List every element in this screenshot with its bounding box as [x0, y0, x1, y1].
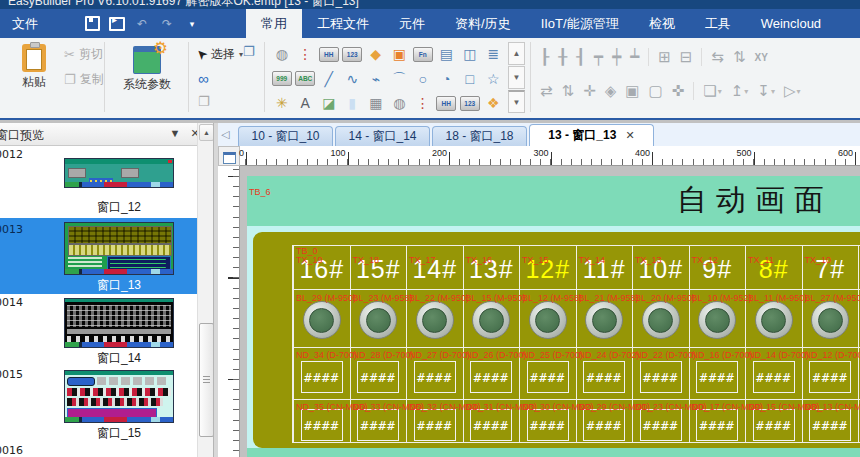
numeric-display[interactable]: ####: [696, 361, 738, 393]
numeric-cell[interactable]: ####ND_14 (D-700): [746, 347, 802, 399]
numeric-cell[interactable]: ####ND_22 (D-700): [633, 347, 689, 399]
lamp-cell[interactable]: BL_21 (M-958): [577, 289, 633, 347]
menu-tab-工程文件[interactable]: 工程文件: [302, 9, 384, 38]
numeric-cell[interactable]: ####ND_26 (D-700): [464, 347, 520, 399]
doc-tab-14 - 窗口_14[interactable]: 14 - 窗口_14: [335, 126, 430, 146]
numeric-display[interactable]: ####: [414, 361, 456, 393]
numeric-display[interactable]: ####: [809, 361, 851, 393]
lamp-cell[interactable]: BL_10 (M-952): [690, 289, 746, 347]
dropdown-icon[interactable]: ▾: [796, 87, 800, 96]
paste-button[interactable]: 粘贴: [8, 44, 60, 91]
numeric-display[interactable]: ####: [301, 409, 343, 441]
numeric-cell[interactable]: ####ND_30 (CN-MD2): [520, 399, 576, 442]
toggle-switch-icon[interactable]: ▣: [388, 42, 412, 67]
menu-tab-IIoT/能源管理[interactable]: IIoT/能源管理: [526, 9, 634, 38]
save-icon[interactable]: [84, 16, 100, 32]
numeric-display[interactable]: ####: [583, 409, 625, 441]
numeric-display[interactable]: ####: [357, 361, 399, 393]
window-caption[interactable]: 窗口_12: [64, 199, 174, 216]
station-label-cell[interactable]: 11#TX_14: [577, 246, 633, 289]
resize-icon[interactable]: ✛: [583, 82, 596, 100]
function-key-icon[interactable]: ◆: [364, 42, 388, 67]
station-label-cell[interactable]: 7#TX_10: [803, 246, 859, 289]
hmi-header-band[interactable]: TB_6 自动画面: [247, 176, 860, 226]
burst-icon[interactable]: ✳: [270, 91, 294, 116]
distribute-v-icon[interactable]: ⇅: [733, 48, 746, 66]
group-icon[interactable]: ▣: [625, 82, 639, 100]
circle-icon[interactable]: ○: [411, 67, 435, 92]
lamp-cell[interactable]: BL_15 (M-950): [464, 289, 520, 347]
lamp-cell[interactable]: BL_20 (M-950): [633, 289, 689, 347]
align-left-icon[interactable]: ┠: [540, 48, 549, 66]
slider-icon[interactable]: ◫: [458, 42, 482, 67]
station-label-cell[interactable]: 9#TX_12: [690, 246, 746, 289]
export-icon[interactable]: [109, 16, 125, 32]
scrollbar-up-icon[interactable]: ▲: [199, 124, 213, 141]
arc-icon[interactable]: ⌒: [388, 67, 412, 92]
dropdown-icon[interactable]: ▾: [771, 87, 775, 96]
numeric-display[interactable]: ####: [753, 409, 795, 441]
numeric-display[interactable]: ####: [583, 361, 625, 393]
line-icon[interactable]: ╱: [317, 67, 341, 92]
customize-dropdown-icon[interactable]: ▾: [184, 16, 200, 32]
multi-state-lamp-icon[interactable]: ⋮: [294, 42, 318, 67]
lamp-cell[interactable]: BL_11 (M-950): [746, 289, 802, 347]
numeric-cell[interactable]: ####ND_34 (D-700): [294, 347, 350, 399]
bit-lamp[interactable]: [755, 301, 793, 339]
layer-icon[interactable]: ❏▾: [703, 82, 721, 100]
window-thumbnail-0012[interactable]: [64, 158, 174, 188]
send-backward-icon[interactable]: ↧▾: [757, 82, 775, 100]
ascii-key-icon[interactable]: ABC: [294, 67, 318, 92]
doc-tab-18 - 窗口_18[interactable]: 18 - 窗口_18: [432, 126, 527, 146]
bit-lamp2-icon[interactable]: ◍: [388, 91, 412, 116]
numeric-cell[interactable]: ####ND_12 (D-700): [803, 347, 859, 399]
align-top-icon[interactable]: ┯: [594, 48, 603, 66]
numeric-cell[interactable]: ####ND_35 (CN-MD6): [294, 399, 350, 442]
numeric-cell[interactable]: ####ND_31 (CN-MD3): [464, 399, 520, 442]
numeric-cell[interactable]: ####ND_17 (CN-MD9): [690, 399, 746, 442]
select-tool[interactable]: ➤ 选择 ▾: [196, 46, 243, 63]
star-icon[interactable]: ☆: [482, 67, 506, 92]
rectangle-icon[interactable]: □: [458, 67, 482, 92]
doc-tab-13 - 窗口_13[interactable]: 13 - 窗口_13✕: [529, 124, 654, 146]
numeric-cell[interactable]: ####ND_32 (CN-MD4): [407, 399, 463, 442]
numeric-cell[interactable]: ####ND_28 (D-700): [351, 347, 407, 399]
nudge-left-icon[interactable]: ⇄: [540, 82, 553, 100]
numeric-cell[interactable]: ####ND_33 (CN-MD5): [351, 399, 407, 442]
menu-tab-资料/历史[interactable]: 资料/历史: [440, 9, 526, 38]
numeric-display[interactable]: ####: [470, 409, 512, 441]
station-label-cell[interactable]: 15#TX_18: [351, 246, 407, 289]
pin-icon[interactable]: ✜: [672, 82, 685, 100]
set-bit-key2-icon[interactable]: HH: [435, 91, 459, 116]
align-center-icon[interactable]: ╂: [558, 48, 567, 66]
numeric-display[interactable]: ####: [414, 409, 456, 441]
panel-scrollbar[interactable]: ▲: [197, 123, 213, 457]
window-thumbnail-0015[interactable]: [64, 370, 174, 423]
numeric-cell[interactable]: ####ND_23 (CN-MD0): [633, 399, 689, 442]
station-label-cell[interactable]: 12#TX_15: [520, 246, 576, 289]
align-right-icon[interactable]: ┨: [576, 48, 585, 66]
dropdown-icon[interactable]: ▾: [718, 87, 722, 96]
numeric-cell[interactable]: ####ND_16 (D-700): [690, 347, 746, 399]
scroll-up-icon[interactable]: ▲: [508, 42, 525, 65]
redo-icon[interactable]: ↷: [159, 16, 175, 32]
numeric-display[interactable]: ####: [470, 361, 512, 393]
text-icon[interactable]: A: [294, 91, 318, 116]
menu-tab-Weincloud[interactable]: Weincloud: [746, 9, 836, 38]
option-list-icon[interactable]: ≣: [482, 42, 506, 67]
numeric-cell[interactable]: ####ND_25 (D-700): [520, 347, 576, 399]
file-menu-button[interactable]: 文件: [0, 9, 50, 38]
numeric-display[interactable]: ####: [527, 361, 569, 393]
lamp-cell[interactable]: BL_27 (M-950): [803, 289, 859, 347]
numeric-cell[interactable]: ####ND_15 (CN-MD8): [746, 399, 802, 442]
macro-icon[interactable]: ❖: [482, 91, 506, 116]
bit-lamp[interactable]: [472, 301, 510, 339]
numeric-display[interactable]: ####: [809, 409, 851, 441]
bit-lamp[interactable]: [359, 301, 397, 339]
bit-lamp[interactable]: [529, 301, 567, 339]
bit-lamp-icon[interactable]: ◍: [270, 42, 294, 67]
multi-copy-icon[interactable]: ❐: [198, 94, 210, 109]
fn-key-icon[interactable]: Fn: [411, 42, 435, 67]
doc-tab-10 - 窗口_10[interactable]: 10 - 窗口_10: [238, 126, 333, 146]
pie-icon[interactable]: ◔: [435, 67, 459, 92]
